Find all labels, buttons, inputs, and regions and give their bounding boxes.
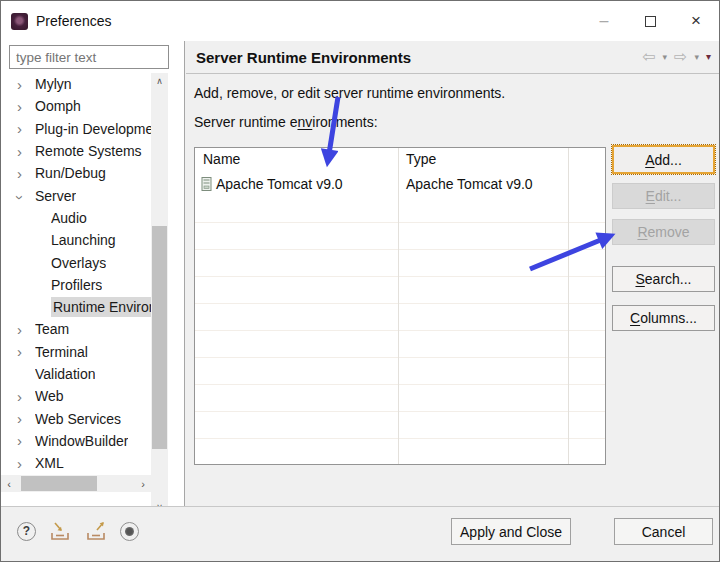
sidebar-item-plugin-development[interactable]: Plug-in Development — [1, 118, 151, 140]
search-button[interactable]: Search... — [612, 266, 715, 292]
chevron-right-icon[interactable] — [17, 144, 35, 159]
window-title: Preferences — [36, 13, 111, 29]
sidebar-item-run-debug[interactable]: Run/Debug — [1, 162, 151, 184]
forward-icon[interactable]: ⇨ — [674, 49, 687, 65]
table-header: Name Type — [195, 148, 605, 172]
minimize-button[interactable]: – — [581, 1, 627, 41]
sidebar-item-server-audio[interactable]: Audio — [1, 207, 151, 229]
dialog-footer: ? Apply and Close Cancel — [1, 506, 720, 562]
preferences-dialog: Preferences – × Mylyn Oomph Plug-in Deve… — [0, 0, 720, 562]
main-panel: Server Runtime Environments ⇦ ▾ ⇨ ▾ ▾ Ad… — [186, 41, 720, 506]
sidebar-item-mylyn[interactable]: Mylyn — [1, 73, 151, 95]
sidebar-item-server-overlays[interactable]: Overlays — [1, 251, 151, 273]
column-header-type[interactable]: Type — [398, 148, 568, 172]
chevron-right-icon[interactable] — [17, 121, 35, 136]
scroll-up-icon[interactable]: ∧ — [151, 73, 168, 89]
chevron-right-icon[interactable] — [17, 456, 35, 471]
action-buttons: Add... Edit... Remove Search... Columns.… — [612, 145, 715, 331]
page-title: Server Runtime Environments — [196, 49, 411, 66]
sidebar-item-web-services[interactable]: Web Services — [1, 407, 151, 429]
preferences-tree: Mylyn Oomph Plug-in Development Remote S… — [1, 73, 151, 474]
footer-icons: ? — [17, 520, 139, 542]
sidebar-item-server-launching[interactable]: Launching — [1, 229, 151, 251]
window-controls: – × — [581, 1, 719, 41]
sidebar-item-team[interactable]: Team — [1, 318, 151, 340]
apply-and-close-button[interactable]: Apply and Close — [451, 518, 571, 545]
sidebar-item-server[interactable]: Server — [1, 184, 151, 206]
tree-vertical-scrollbar[interactable]: ∧ ∨ — [151, 73, 168, 515]
chevron-right-icon[interactable] — [17, 411, 35, 426]
page-header: Server Runtime Environments ⇦ ▾ ⇨ ▾ ▾ — [186, 41, 720, 74]
page-description: Add, remove, or edit server runtime envi… — [194, 85, 505, 101]
sidebar-item-web[interactable]: Web — [1, 385, 151, 407]
preferences-sidebar: Mylyn Oomph Plug-in Development Remote S… — [1, 41, 185, 506]
table-row[interactable]: Apache Tomcat v9.0 Apache Tomcat v9.0 — [195, 172, 605, 196]
sidebar-item-validation[interactable]: Validation — [1, 363, 151, 385]
sidebar-item-remote-systems[interactable]: Remote Systems — [1, 140, 151, 162]
sidebar-item-windowbuilder[interactable]: WindowBuilder — [1, 430, 151, 452]
chevron-right-icon[interactable] — [17, 166, 35, 181]
tree-horizontal-scrollbar[interactable]: ‹ › — [1, 475, 151, 492]
chevron-right-icon[interactable] — [17, 433, 35, 448]
record-dot-icon — [125, 527, 134, 536]
runtime-list-label: Server runtime environments: — [194, 114, 378, 130]
sidebar-item-terminal[interactable]: Terminal — [1, 341, 151, 363]
sidebar-item-server-profilers[interactable]: Profilers — [1, 274, 151, 296]
table-empty-rows — [195, 196, 605, 464]
sidebar-item-xml[interactable]: XML — [1, 452, 151, 474]
back-icon[interactable]: ⇦ — [642, 49, 655, 65]
chevron-right-icon[interactable] — [17, 344, 35, 359]
add-button[interactable]: Add... — [612, 145, 715, 174]
chevron-right-icon[interactable] — [17, 77, 35, 92]
vertical-scroll-thumb[interactable] — [152, 226, 167, 449]
import-preferences-icon[interactable] — [48, 520, 72, 542]
runtime-type-cell: Apache Tomcat v9.0 — [398, 176, 568, 192]
cancel-button[interactable]: Cancel — [614, 518, 713, 545]
titlebar: Preferences – × — [1, 1, 719, 41]
columns-button[interactable]: Columns... — [612, 305, 715, 331]
chevron-right-icon[interactable] — [17, 99, 35, 114]
runtime-environments-table: Name Type Apache Tomcat v9.0 Apache Tomc… — [194, 147, 606, 465]
horizontal-scroll-thumb[interactable] — [21, 476, 97, 491]
filter-input[interactable] — [9, 45, 169, 69]
export-preferences-icon[interactable] — [84, 520, 108, 542]
back-dropdown-icon[interactable]: ▾ — [663, 53, 668, 62]
page-content: Add, remove, or edit server runtime envi… — [186, 74, 720, 505]
view-menu-icon[interactable]: ▾ — [706, 52, 711, 62]
sidebar-item-server-runtime-environments[interactable]: Runtime Environments — [1, 296, 151, 318]
chevron-right-icon[interactable] — [17, 322, 35, 337]
close-button[interactable]: × — [673, 1, 719, 41]
sidebar-item-oomph[interactable]: Oomph — [1, 95, 151, 117]
forward-dropdown-icon[interactable]: ▾ — [694, 53, 699, 62]
chevron-right-icon[interactable] — [17, 389, 35, 404]
scroll-left-icon[interactable]: ‹ — [1, 475, 17, 492]
preference-recorder-icon[interactable] — [120, 522, 139, 541]
server-icon — [201, 177, 212, 191]
maximize-icon — [645, 16, 656, 27]
maximize-button[interactable] — [627, 1, 673, 41]
chevron-down-icon[interactable] — [18, 190, 36, 205]
edit-button[interactable]: Edit... — [612, 183, 715, 209]
history-nav: ⇦ ▾ ⇨ ▾ ▾ — [642, 49, 711, 65]
eclipse-app-icon — [11, 13, 28, 30]
runtime-name-cell: Apache Tomcat v9.0 — [195, 176, 398, 192]
help-icon[interactable]: ? — [17, 522, 36, 541]
column-header-name[interactable]: Name — [195, 148, 398, 172]
scroll-right-icon[interactable]: › — [135, 475, 151, 492]
remove-button[interactable]: Remove — [612, 219, 715, 245]
